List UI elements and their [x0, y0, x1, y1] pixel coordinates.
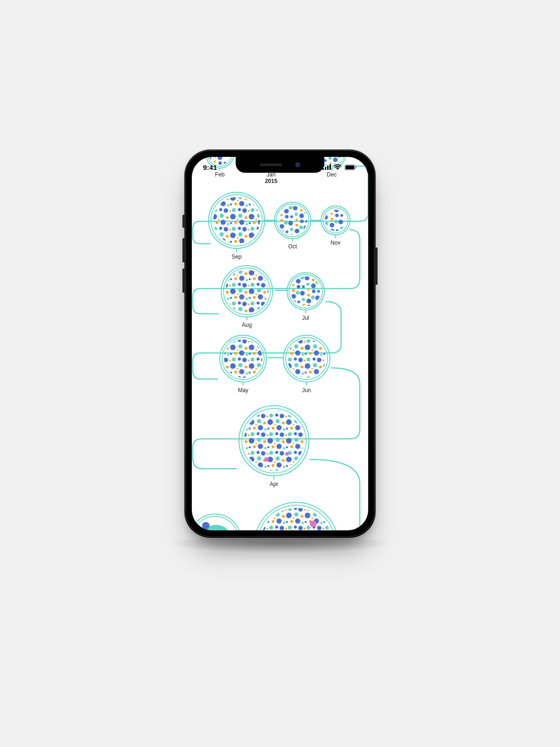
svg-rect-6: [345, 165, 354, 169]
month-label: Nov: [330, 240, 340, 246]
svg-point-58: [291, 276, 321, 306]
svg-point-66: [287, 339, 326, 378]
month-node-partial-right[interactable]: [254, 502, 338, 530]
month-node-may[interactable]: May: [220, 335, 266, 394]
month-node-oct[interactable]: Oct: [274, 202, 311, 250]
notch: [236, 157, 324, 173]
timeline-view[interactable]: Feb Jan 2015 Dec: [192, 157, 368, 530]
year-label: 2015: [265, 178, 278, 184]
wifi-icon: [334, 164, 342, 170]
svg-point-42: [213, 197, 260, 244]
svg-point-62: [224, 339, 262, 378]
month-label: Aug: [242, 322, 252, 328]
month-node-jul[interactable]: Jul: [287, 273, 324, 321]
svg-rect-3: [329, 164, 331, 170]
svg-rect-2: [327, 166, 329, 170]
app-screen[interactable]: 9:41: [192, 157, 368, 530]
status-time: 9:41: [203, 163, 217, 171]
month-node-apr[interactable]: Apr: [239, 406, 309, 487]
month-node-jun[interactable]: Jun: [283, 335, 330, 394]
month-node-nov[interactable]: Nov: [321, 206, 350, 246]
svg-point-77: [202, 522, 210, 529]
month-label: Jul: [302, 315, 309, 321]
month-label: Sep: [231, 254, 242, 260]
month-label: Apr: [270, 481, 279, 487]
phone-mockup: 9:41: [184, 149, 376, 538]
svg-point-71: [264, 457, 269, 462]
svg-point-46: [278, 206, 307, 235]
svg-point-54: [225, 270, 268, 313]
battery-icon: [344, 164, 357, 170]
speaker-icon: [260, 163, 282, 166]
svg-rect-1: [325, 167, 326, 170]
svg-point-4: [337, 169, 338, 169]
shadow: [166, 534, 394, 553]
svg-rect-7: [356, 166, 357, 169]
month-label: Jun: [302, 387, 311, 394]
month-node-aug[interactable]: Aug: [221, 266, 273, 328]
camera-icon: [295, 162, 300, 167]
svg-point-72: [285, 452, 289, 456]
month-label: May: [238, 387, 249, 394]
month-node-sep[interactable]: Sep: [209, 192, 265, 260]
svg-point-70: [244, 411, 304, 471]
svg-point-81: [310, 521, 316, 527]
svg-point-50: [325, 210, 346, 231]
month-label: Oct: [288, 243, 297, 250]
